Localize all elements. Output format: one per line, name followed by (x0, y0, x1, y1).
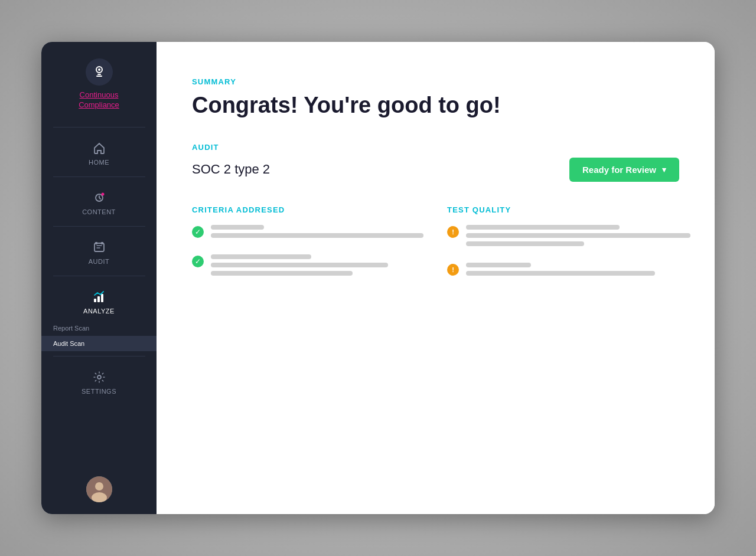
sidebar-sub-report-scan[interactable]: Report Scan (41, 320, 157, 336)
home-icon (92, 140, 107, 156)
svg-rect-9 (97, 296, 100, 302)
criteria-item-1: ✓ (192, 225, 423, 241)
quality-1-line-2 (466, 233, 690, 238)
sidebar-item-audit[interactable]: AUDIT (41, 231, 157, 271)
quality-item-2: ! (447, 263, 690, 279)
criteria-label: CRITERIA ADDRESED (192, 205, 423, 214)
user-avatar-area (86, 476, 112, 514)
summary-label: SUMMARY (192, 77, 679, 86)
criteria-2-lines (211, 254, 388, 279)
svg-rect-10 (101, 294, 103, 302)
svg-rect-2 (97, 74, 101, 75)
quality-item-1: ! (447, 225, 690, 250)
sidebar-sub-audit-scan[interactable]: Audit Scan (41, 336, 157, 351)
quality-section: TEST QUALITY ! ! (447, 205, 690, 292)
quality-2-lines (466, 263, 655, 279)
sidebar-item-label-home: HOME (89, 159, 109, 166)
two-col-section: CRITERIA ADDRESED ✓ ✓ (192, 205, 679, 292)
quality-2-line-1 (466, 263, 531, 267)
svg-point-11 (97, 375, 101, 379)
audit-icon (92, 240, 107, 255)
criteria-1-line-1 (211, 225, 264, 230)
main-content: SUMMARY Congrats! You're good to go! AUD… (157, 42, 715, 514)
ready-for-review-button[interactable]: Ready for Review ▾ (569, 158, 679, 182)
logo-area: Continuous Compliance (41, 42, 157, 122)
criteria-item-2: ✓ (192, 254, 423, 279)
nav-divider-1 (53, 127, 145, 127)
criteria-1-lines (211, 225, 423, 241)
check-icon-2: ✓ (192, 256, 204, 267)
criteria-2-line-3 (211, 271, 353, 276)
analyze-icon (92, 289, 107, 305)
nav-divider-3 (53, 226, 145, 227)
sidebar-item-home[interactable]: HOME (41, 132, 157, 172)
audit-label: AUDIT (192, 143, 679, 152)
criteria-2-line-2 (211, 263, 388, 267)
quality-2-line-2 (466, 271, 655, 276)
svg-rect-5 (94, 243, 104, 251)
nav-divider-2 (53, 176, 145, 177)
svg-rect-6 (95, 242, 97, 244)
avatar[interactable] (86, 476, 112, 502)
svg-rect-8 (94, 299, 96, 302)
logo-icon (86, 58, 113, 86)
chevron-down-icon: ▾ (662, 165, 666, 174)
criteria-1-line-2 (211, 233, 423, 238)
nav-divider-4 (53, 276, 145, 276)
criteria-section: CRITERIA ADDRESED ✓ ✓ (192, 205, 423, 292)
svg-point-1 (98, 68, 100, 71)
settings-icon (92, 369, 107, 385)
quality-1-lines (466, 225, 690, 250)
svg-rect-3 (96, 76, 102, 77)
congrats-title: Congrats! You're good to go! (192, 92, 679, 119)
sidebar-item-content[interactable]: CONTENT (41, 182, 157, 221)
warn-icon-2: ! (447, 264, 459, 276)
sidebar-item-label-audit: AUDIT (89, 258, 110, 265)
quality-1-line-1 (466, 225, 620, 230)
svg-point-4 (101, 192, 104, 195)
quality-1-line-3 (466, 241, 584, 246)
check-icon-1: ✓ (192, 226, 204, 238)
audit-row: SOC 2 type 2 Ready for Review ▾ (192, 158, 679, 182)
sidebar-item-settings[interactable]: SETTINGS (41, 361, 157, 401)
app-name: Continuous Compliance (79, 90, 119, 110)
sidebar-item-analyze[interactable]: ANALYZE (41, 281, 157, 320)
sidebar-item-label-content: CONTENT (82, 208, 116, 215)
audit-section: AUDIT SOC 2 type 2 Ready for Review ▾ (192, 143, 679, 182)
svg-point-13 (95, 482, 103, 490)
svg-rect-7 (101, 242, 103, 244)
nav-divider-5 (53, 356, 145, 357)
sidebar: Continuous Compliance HOME (41, 42, 157, 514)
sidebar-item-label-analyze: ANALYZE (83, 308, 115, 315)
warn-icon-1: ! (447, 226, 459, 238)
criteria-2-line-1 (211, 254, 311, 259)
sidebar-item-label-settings: SETTINGS (82, 388, 116, 395)
content-icon (92, 190, 107, 205)
audit-name: SOC 2 type 2 (192, 162, 270, 177)
quality-label: TEST QUALITY (447, 205, 690, 214)
